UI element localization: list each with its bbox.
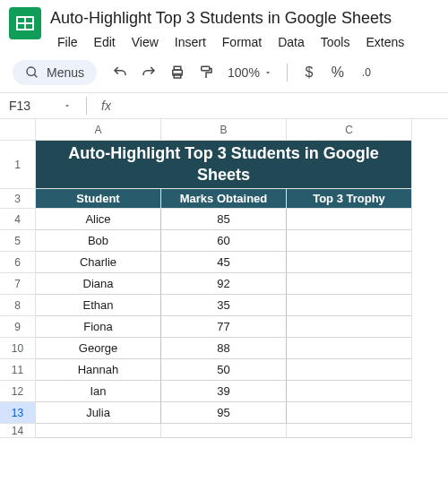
decimal-decrease-button[interactable]: .0 [354, 60, 379, 85]
cell[interactable] [36, 424, 161, 438]
cell-marks[interactable]: 77 [161, 316, 287, 338]
undo-icon [112, 65, 128, 81]
row-header[interactable]: 12 [0, 381, 36, 402]
cell-marks[interactable]: 39 [161, 381, 287, 402]
row-header[interactable]: 4 [0, 209, 36, 230]
menu-data[interactable]: Data [271, 31, 312, 53]
row-header[interactable]: 3 [0, 189, 36, 209]
currency-button[interactable]: $ [297, 60, 322, 85]
table-header[interactable]: Marks Obtained [161, 189, 287, 209]
fx-label: fx [101, 99, 111, 113]
row-header[interactable]: 10 [0, 338, 36, 359]
menu-edit[interactable]: Edit [87, 31, 123, 53]
namebox-divider [86, 97, 87, 115]
cell-marks[interactable]: 50 [161, 359, 287, 381]
row-header[interactable]: 1 [0, 141, 36, 189]
col-header-c[interactable]: C [287, 119, 412, 141]
percent-button[interactable]: % [325, 60, 350, 85]
cell-student[interactable]: George [36, 338, 161, 359]
doc-title[interactable]: Auto-Highlight Top 3 Students in Google … [50, 7, 439, 30]
menu-format[interactable]: Format [215, 31, 269, 53]
cell-trophy[interactable] [287, 230, 412, 252]
redo-icon [141, 65, 157, 81]
menu-view[interactable]: View [125, 31, 166, 53]
cell-student[interactable]: Bob [36, 230, 161, 252]
svg-line-1 [34, 74, 37, 77]
search-icon [25, 65, 39, 80]
row-header[interactable]: 5 [0, 230, 36, 252]
cell-student[interactable]: Diana [36, 273, 161, 295]
menu-file[interactable]: File [50, 31, 85, 53]
cell[interactable] [161, 424, 287, 438]
cell-marks[interactable]: 95 [161, 402, 287, 424]
redo-button[interactable] [136, 60, 161, 85]
undo-button[interactable] [108, 60, 133, 85]
cell-trophy[interactable] [287, 316, 412, 338]
cell-trophy[interactable] [287, 252, 412, 273]
col-header-a[interactable]: A [36, 119, 161, 141]
svg-rect-3 [174, 66, 181, 70]
cell-marks[interactable]: 85 [161, 209, 287, 230]
row-header[interactable]: 6 [0, 252, 36, 273]
paint-icon [198, 65, 214, 81]
formula-bar[interactable] [120, 97, 439, 115]
toolbar: Menus 100% $ % .0 [0, 53, 448, 92]
cell-trophy[interactable] [287, 209, 412, 230]
menu-insert[interactable]: Insert [168, 31, 213, 53]
menus-label: Menus [47, 65, 84, 80]
select-all-corner[interactable] [0, 119, 36, 141]
sheets-logo[interactable] [9, 7, 41, 39]
cell-marks[interactable]: 60 [161, 230, 287, 252]
cell-trophy[interactable] [287, 402, 412, 424]
name-box[interactable]: F13 [9, 99, 54, 113]
row-header[interactable]: 11 [0, 359, 36, 381]
row-header[interactable]: 9 [0, 316, 36, 338]
row-header[interactable]: 13 [0, 402, 36, 424]
cell-student[interactable]: Alice [36, 209, 161, 230]
cell-trophy[interactable] [287, 338, 412, 359]
cell-marks[interactable]: 88 [161, 338, 287, 359]
menubar: File Edit View Insert Format Data Tools … [50, 31, 439, 53]
svg-rect-5 [202, 66, 210, 71]
cell-marks[interactable]: 45 [161, 252, 287, 273]
chevron-down-icon[interactable] [63, 101, 72, 110]
menus-button[interactable]: Menus [13, 60, 97, 85]
menu-extensions[interactable]: Extens [358, 31, 411, 53]
cell-student[interactable]: Fiona [36, 316, 161, 338]
paint-format-button[interactable] [194, 60, 219, 85]
zoom-dropdown[interactable]: 100% [222, 65, 278, 80]
cell-trophy[interactable] [287, 381, 412, 402]
table-header[interactable]: Top 3 Trophy [287, 189, 412, 209]
cell-student[interactable]: Hannah [36, 359, 161, 381]
row-header[interactable]: 7 [0, 273, 36, 295]
spreadsheet-grid[interactable]: A B C 1 Auto-Highlight Top 3 Students in… [0, 119, 448, 438]
cell-student[interactable]: Ian [36, 381, 161, 402]
cell-student[interactable]: Charlie [36, 252, 161, 273]
toolbar-divider [287, 64, 288, 82]
cell-student[interactable]: Julia [36, 402, 161, 424]
cell-trophy[interactable] [287, 295, 412, 316]
print-icon [169, 65, 185, 81]
cell-trophy[interactable] [287, 359, 412, 381]
cell-student[interactable]: Ethan [36, 295, 161, 316]
row-header[interactable]: 14 [0, 424, 36, 438]
cell-marks[interactable]: 92 [161, 273, 287, 295]
table-header[interactable]: Student [36, 189, 161, 209]
cell-trophy[interactable] [287, 273, 412, 295]
col-header-b[interactable]: B [161, 119, 287, 141]
chevron-down-icon [263, 68, 272, 77]
zoom-value: 100% [228, 65, 260, 80]
row-header[interactable]: 8 [0, 295, 36, 316]
print-button[interactable] [165, 60, 190, 85]
title-cell[interactable]: Auto-Highlight Top 3 Students in Google … [36, 141, 412, 189]
cell-marks[interactable]: 35 [161, 295, 287, 316]
menu-tools[interactable]: Tools [314, 31, 358, 53]
cell[interactable] [287, 424, 412, 438]
svg-point-0 [27, 67, 35, 75]
